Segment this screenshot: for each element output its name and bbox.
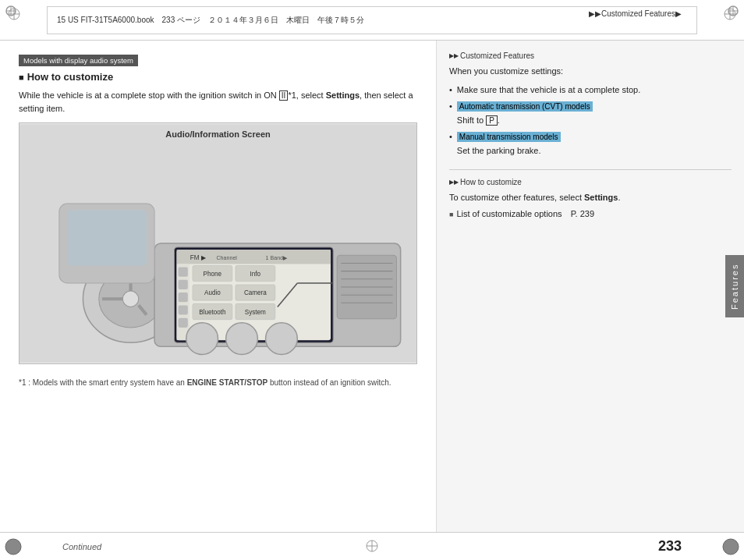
features-tab: Features [725, 255, 744, 317]
page-title-header: ▶▶Customized Features▶ [589, 9, 682, 18]
rp-bullet-1: Make sure that the vehicle is at a compl… [449, 83, 732, 97]
svg-rect-39 [179, 280, 188, 289]
svg-point-26 [122, 291, 138, 307]
svg-text:FM ▶: FM ▶ [190, 254, 207, 261]
heading-text: How to customize [27, 71, 114, 83]
left-panel: Models with display audio system How to … [0, 41, 437, 532]
svg-rect-40 [179, 292, 188, 302]
right-panel: Customized Features When you customize s… [437, 41, 744, 532]
rp-bullet-3: Manual transmission models Set the parki… [449, 130, 732, 158]
svg-rect-38 [179, 268, 188, 277]
rp-heading-2-text: How to customize [460, 178, 522, 186]
svg-rect-41 [179, 305, 188, 314]
screen-label: Audio/Information Screen [165, 129, 270, 139]
rp-section-1: Customized Features When you customize s… [449, 51, 732, 158]
bullet-3-text: Set the parking brake. [457, 146, 541, 155]
rp-link: List of customizable options P. 239 [449, 207, 732, 222]
section2-text: To customize other features, select [449, 193, 584, 202]
link-page: P. 239 [571, 207, 594, 222]
svg-point-64 [266, 323, 298, 355]
manual-trans-tag: Manual transmission models [457, 132, 561, 142]
footnote: *1 : Models with the smart entry system … [19, 377, 417, 388]
ignition-symbol: II [279, 90, 289, 101]
svg-text:Bluetooth: Bluetooth [199, 309, 225, 316]
section2-text2: . [618, 193, 620, 202]
continued-label: Continued [62, 542, 101, 551]
bullet-2-p: P [486, 115, 498, 126]
svg-point-62 [186, 323, 218, 355]
svg-text:Audio: Audio [204, 289, 221, 296]
bullet-2-text: Shift to [457, 115, 486, 125]
bottom-bar: Continued 233 [0, 532, 744, 560]
rp-heading-1: Customized Features [449, 51, 732, 60]
rp-divider [449, 169, 732, 170]
svg-text:System: System [245, 309, 266, 316]
footnote-text: *1 : Models with the smart entry system … [19, 378, 187, 387]
svg-rect-42 [179, 318, 188, 328]
rp-bullet-2: Automatic transmission (CVT) models Shif… [449, 100, 732, 127]
body-text-1: While the vehicle is at a complete stop … [19, 90, 279, 100]
settings-bold: Settings [326, 90, 360, 100]
model-tag: Models with display audio system [19, 55, 138, 66]
bullet-1-text: Make sure that the vehicle is at a compl… [457, 83, 640, 97]
svg-point-63 [226, 323, 258, 355]
screen-image-area: Audio/Information Screen [19, 122, 417, 364]
rp-body-1: When you customize settings: Make sure t… [449, 65, 732, 158]
svg-text:Phone: Phone [204, 271, 222, 278]
body-text: While the vehicle is at a complete stop … [19, 89, 417, 115]
svg-text:Camera: Camera [244, 289, 267, 296]
customized-features-title: ▶▶Customized Features▶ [589, 9, 682, 18]
rp-heading-1-text: Customized Features [460, 51, 534, 60]
link-text: List of customizable options [456, 207, 562, 222]
svg-rect-68 [67, 210, 147, 265]
section-heading: How to customize [19, 71, 417, 83]
body-text-2: *1, select [288, 90, 325, 100]
rp-section-2: How to customize To customize other feat… [449, 178, 732, 222]
main-content: Models with display audio system How to … [0, 41, 744, 532]
section2-bold: Settings [584, 193, 618, 202]
svg-text:Channel: Channel [216, 255, 237, 261]
svg-text:Info: Info [250, 271, 261, 278]
auto-trans-tag: Automatic transmission (CVT) models [457, 101, 593, 112]
footnote-end: button instead of an ignition switch. [267, 378, 391, 387]
file-info: 15 US FIT-31T5A6000.book 233 ページ ２０１４年３月… [57, 15, 364, 26]
svg-text:1 Band▶: 1 Band▶ [266, 255, 289, 261]
bullet-3-content: Manual transmission models Set the parki… [457, 130, 561, 158]
bullet-2-content: Automatic transmission (CVT) models Shif… [457, 100, 593, 127]
rp-intro: When you customize settings: [449, 65, 732, 79]
rp-body-2: To customize other features, select Sett… [449, 191, 732, 222]
rp-heading-2: How to customize [449, 178, 732, 186]
page-number: 233 [658, 538, 682, 555]
car-dashboard-illustration: FM ▶ Channel 1 Band▶ Phone Info [19, 123, 416, 363]
top-bar: 15 US FIT-31T5A6000.book 233 ページ ２０１４年３月… [0, 0, 744, 41]
rp-customize-text: To customize other features, select Sett… [449, 191, 732, 205]
footnote-bold: ENGINE START/STOP [187, 378, 268, 387]
